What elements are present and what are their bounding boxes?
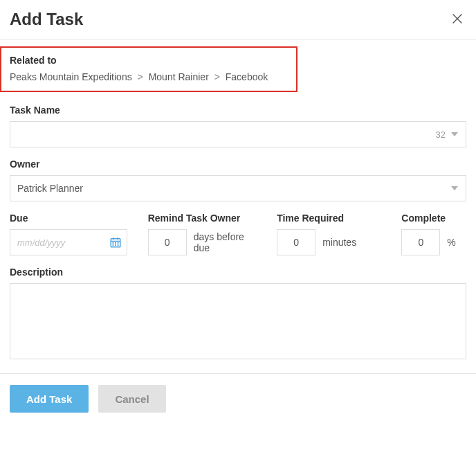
dialog-footer: Add Task Cancel	[0, 373, 476, 424]
breadcrumb-separator: >	[212, 71, 223, 82]
breadcrumb-item[interactable]: Mount Rainier	[149, 71, 209, 82]
form-body: Task Name 32 Owner Patrick Planner	[0, 99, 476, 362]
related-to-label: Related to	[10, 55, 288, 66]
svg-marker-2	[451, 132, 458, 136]
task-name-input[interactable]	[10, 121, 466, 147]
task-name-field: Task Name 32	[10, 105, 466, 147]
svg-rect-12	[115, 244, 116, 246]
caret-down-icon	[451, 185, 458, 192]
time-required-input[interactable]	[277, 229, 315, 255]
add-task-dialog: Add Task Related to Peaks Mountain Exped…	[0, 0, 476, 424]
calendar-icon[interactable]	[109, 236, 122, 249]
complete-field: Complete %	[401, 213, 466, 255]
svg-rect-11	[113, 244, 114, 246]
svg-rect-9	[115, 242, 116, 244]
owner-selected-value: Patrick Planner	[17, 183, 83, 194]
schedule-row: Due Remind	[10, 213, 466, 255]
breadcrumb-separator: >	[135, 71, 146, 82]
svg-marker-3	[451, 186, 458, 190]
svg-rect-10	[118, 242, 119, 244]
remind-unit: days before due	[194, 231, 260, 253]
complete-input[interactable]	[401, 229, 440, 255]
description-field: Description	[10, 267, 466, 362]
char-counter: 32	[436, 129, 446, 140]
dialog-title: Add Task	[10, 10, 83, 29]
close-icon[interactable]	[450, 11, 466, 28]
due-label: Due	[10, 213, 131, 224]
breadcrumb-item[interactable]: Peaks Mountain Expeditions	[10, 71, 132, 82]
time-required-unit: minutes	[322, 237, 356, 248]
cancel-button[interactable]: Cancel	[98, 385, 165, 413]
owner-field: Owner Patrick Planner	[10, 159, 466, 201]
remind-label: Remind Task Owner	[148, 213, 260, 224]
task-name-label: Task Name	[10, 105, 466, 116]
description-label: Description	[10, 267, 466, 278]
owner-select[interactable]: Patrick Planner	[10, 175, 466, 201]
breadcrumb: Peaks Mountain Expeditions > Mount Raini…	[10, 71, 288, 82]
description-textarea[interactable]	[10, 283, 466, 359]
svg-rect-13	[118, 244, 119, 246]
time-required-field: Time Required minutes	[277, 213, 385, 255]
remind-days-input[interactable]	[148, 229, 187, 255]
complete-label: Complete	[401, 213, 466, 224]
due-field: Due	[10, 213, 131, 255]
complete-unit: %	[447, 237, 455, 248]
add-task-button[interactable]: Add Task	[10, 385, 89, 413]
caret-down-icon[interactable]	[451, 131, 458, 138]
related-to-box: Related to Peaks Mountain Expeditions > …	[0, 46, 298, 92]
remind-field: Remind Task Owner days before due	[148, 213, 260, 255]
time-required-label: Time Required	[277, 213, 385, 224]
dialog-header: Add Task	[0, 0, 476, 39]
breadcrumb-item[interactable]: Facebook	[226, 71, 268, 82]
svg-rect-8	[113, 242, 114, 244]
owner-label: Owner	[10, 159, 466, 170]
